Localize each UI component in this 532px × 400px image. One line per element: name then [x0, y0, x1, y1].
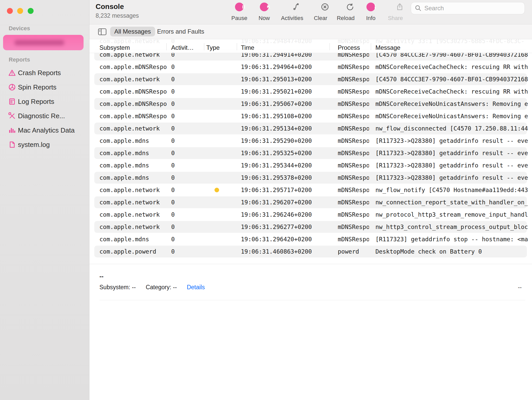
warning-triangle-icon [8, 69, 16, 77]
column-divider[interactable] [237, 43, 237, 50]
log-cell-act: 0 [171, 73, 202, 85]
log-cell-proc: mDNSRespo [338, 73, 369, 85]
tools-icon [8, 112, 16, 120]
log-cell-act: 0 [171, 246, 202, 257]
log-cell-time: 19:06:31.295290+0200 [241, 135, 331, 147]
sidebar-item-crash-reports[interactable]: Crash Reports [0, 66, 89, 80]
log-row[interactable]: com.apple.network019:06:31.296246+0200mD… [89, 209, 532, 221]
log-cell-proc: mDNSRespo [338, 221, 369, 233]
log-row[interactable]: com.apple.mDNSRespo019:06:31.294964+0200… [89, 61, 532, 73]
log-cell-proc: mDNSRespo [338, 172, 369, 184]
log-row[interactable]: com.apple.mdns019:06:31.295290+0200mDNSR… [89, 135, 532, 147]
search-field[interactable] [411, 2, 525, 14]
column-divider[interactable] [166, 43, 167, 50]
log-cell-time: 19:06:31.296277+0200 [241, 221, 331, 233]
log-row[interactable]: com.apple.mDNSRespo019:06:31.295021+0200… [89, 86, 532, 97]
window-zoom-button[interactable] [28, 8, 34, 14]
log-row[interactable]: com.apple.mdns019:06:31.295325+0200mDNSR… [89, 147, 532, 159]
search-input[interactable] [424, 3, 521, 14]
devices-section-header: Devices [9, 25, 30, 32]
sidebar-item-spin-reports[interactable]: Spin Reports [0, 80, 89, 94]
pinwheel-icon [8, 83, 16, 91]
log-row[interactable]: com.apple.network019:06:31.295013+0200mD… [89, 73, 532, 85]
log-cell-time: 19:06:31.295108+0200 [241, 110, 331, 122]
tab-errors-and-faults[interactable]: Errors and Faults [153, 27, 208, 36]
log-cell-msg: [R117323] getaddrinfo stop -- hostname: … [375, 233, 528, 245]
log-cell-sub: com.apple.mDNSRespo [99, 98, 169, 110]
column-header-type[interactable]: Type [206, 44, 220, 52]
log-cell-sub: com.apple.network [99, 221, 169, 233]
log-cell-time: 19:06:31.295021+0200 [241, 86, 331, 97]
window-close-button[interactable] [7, 8, 13, 14]
detail-category-label: Category: [146, 284, 171, 291]
log-cell-sub: com.apple.network [99, 73, 169, 85]
log-cell-sub: com.apple.powerd [99, 246, 169, 257]
log-cell-proc: mDNSRespo [338, 98, 369, 110]
column-header-subsystem[interactable]: Subsystem [99, 44, 130, 52]
log-row[interactable]: com.apple.mdns019:06:31.295378+0200mDNSR… [89, 172, 532, 184]
log-row[interactable]: com.apple.powerd019:06:31.460863+0200pow… [89, 246, 532, 257]
log-cell-proc: mDNSRespo [338, 184, 369, 196]
sidebar-item-log-reports[interactable]: Log Reports [0, 94, 89, 109]
window-minimize-button[interactable] [17, 8, 23, 14]
log-cell-time: 19:06:31.296420+0200 [241, 233, 331, 245]
log-cell-msg: [R117323->Q28380] getaddrinfo result -- … [375, 172, 528, 184]
log-cell-sub: com.apple.mDNSRespo [99, 61, 169, 73]
log-cell-msg: mDNSCoreReceiveNoUnicastAnswers: Removin… [375, 98, 528, 110]
log-row[interactable]: com.apple.network019:06:31.295717+0200mD… [89, 184, 532, 196]
log-cell-sub: com.apple.mdns [99, 172, 169, 184]
log-cell-time: 19:06:31.295134+0200 [241, 123, 331, 134]
log-cell-msg: [R117323->Q28380] getaddrinfo result -- … [375, 159, 528, 171]
device-item-selected[interactable] [3, 35, 84, 50]
detail-metadata-line: Subsystem: -- Category: -- Details [99, 283, 205, 291]
column-divider[interactable] [330, 43, 330, 50]
log-cell-sub: com.apple.mdns [99, 159, 169, 171]
sidebar-item-system-log[interactable]: system.log [0, 137, 89, 152]
page-icon [8, 141, 16, 148]
log-cell-act: 0 [171, 196, 202, 208]
share-button[interactable]: Share [380, 2, 411, 23]
log-row[interactable]: com.apple.mDNSRespo019:06:31.295108+0200… [89, 110, 532, 122]
log-row[interactable]: com.apple.network019:06:31.296207+0200mD… [89, 196, 532, 208]
log-cell-act: 0 [171, 184, 202, 196]
log-cell-msg: mDNSCoreReceiveCacheCheck: rescuing RR w… [375, 86, 528, 97]
column-header-time[interactable]: Time [241, 44, 254, 52]
log-cell-msg: nw_http3_control_stream_process_output_b… [375, 221, 528, 233]
log-cell-time: 19:06:31.295717+0200 [241, 184, 331, 196]
log-cell-proc: mDNSRespo [338, 196, 369, 208]
device-name-redacted [14, 40, 64, 45]
sidebar-item-mac-analytics-data[interactable]: Mac Analytics Data [0, 123, 89, 137]
column-divider[interactable] [204, 43, 204, 50]
log-cell-act: 0 [171, 98, 202, 110]
log-row[interactable]: com.apple.mDNSRespo019:06:31.295067+0200… [89, 98, 532, 110]
log-row[interactable]: com.apple.network019:06:31.295134+0200mD… [89, 123, 532, 134]
log-row[interactable]: com.apple.mdns019:06:31.296420+0200mDNSR… [89, 233, 532, 245]
activities-button[interactable]: Activities [277, 2, 308, 23]
sidebar-toggle-icon[interactable] [98, 28, 107, 36]
log-cell-sub: com.apple.network [99, 196, 169, 208]
now-button[interactable]: Now [249, 2, 280, 23]
detail-right-value: -- [518, 283, 522, 291]
column-divider[interactable] [371, 43, 371, 50]
log-cell-msg: mDNSCoreReceiveCacheCheck: rescuing RR w… [375, 61, 528, 73]
log-cell-time: 19:06:31.460863+0200 [241, 246, 331, 257]
log-cell-time: 19:06:31.295067+0200 [241, 98, 331, 110]
log-cell-time: 19:06:31.295378+0200 [241, 172, 331, 184]
column-header-activity[interactable]: Activit… [171, 44, 194, 52]
sidebar-item-diagnostic-reports[interactable]: Diagnostic Re... [0, 109, 89, 123]
bar-chart-icon [8, 126, 16, 134]
log-cell-time: 19:06:31.295344+0200 [241, 159, 331, 171]
log-row[interactable]: com.apple.network019:06:31.296277+0200mD… [89, 221, 532, 233]
log-cell-sub: com.apple.network [99, 209, 169, 221]
tab-all-messages[interactable]: All Messages [110, 27, 155, 36]
log-row[interactable]: com.apple.mdns019:06:31.295344+0200mDNSR… [89, 159, 532, 171]
column-header-message[interactable]: Message [375, 44, 400, 52]
details-link[interactable]: Details [187, 284, 205, 291]
column-header-process[interactable]: Process [338, 44, 360, 52]
log-cell-msg: [R117323->Q28380] getaddrinfo result -- … [375, 135, 528, 147]
reload-icon [341, 3, 350, 11]
log-cell-act: 0 [171, 172, 202, 184]
log-cell-time: 19:06:31.295325+0200 [241, 147, 331, 159]
log-cell-act: 0 [171, 159, 202, 171]
detail-subsystem-label: Subsystem: [99, 284, 130, 291]
